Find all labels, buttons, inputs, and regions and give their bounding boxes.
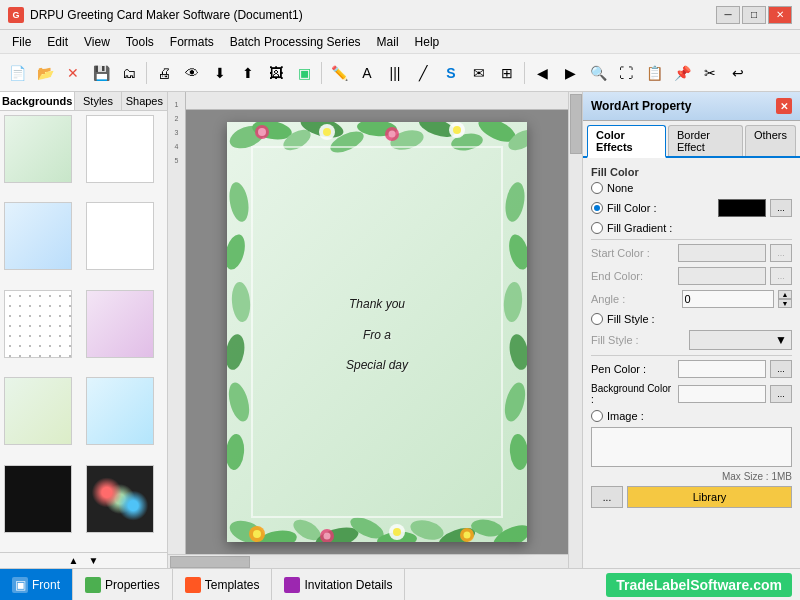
barcode-button[interactable]: ||| [382, 60, 408, 86]
minimize-button[interactable]: ─ [716, 6, 740, 24]
canvas-area: 1 2 3 4 5 [168, 92, 582, 568]
menubar: File Edit View Tools Formats Batch Proce… [0, 30, 800, 54]
cut-button[interactable]: ✂ [697, 60, 723, 86]
import-button[interactable]: ⬇ [207, 60, 233, 86]
invitation-icon [284, 577, 300, 593]
menu-help[interactable]: Help [407, 33, 448, 51]
end-color-row: End Color: ... [591, 267, 792, 285]
undo-button[interactable]: ↩ [725, 60, 751, 86]
status-front-button[interactable]: ▣ Front [0, 569, 73, 600]
end-color-browse-button[interactable]: ... [770, 267, 792, 285]
preview-button[interactable]: 👁 [179, 60, 205, 86]
tab-backgrounds[interactable]: Backgrounds [0, 92, 75, 110]
pen-color-input [678, 360, 767, 378]
angle-spinner[interactable]: ▲ ▼ [778, 290, 792, 308]
line-button[interactable]: ╱ [410, 60, 436, 86]
menu-view[interactable]: View [76, 33, 118, 51]
fill-gradient-radio-row: Fill Gradient : [591, 222, 792, 234]
image-radio[interactable] [591, 410, 603, 422]
list-item[interactable] [4, 465, 72, 533]
none-radio[interactable] [591, 182, 603, 194]
list-item[interactable] [4, 290, 72, 358]
wordart-button[interactable]: S [438, 60, 464, 86]
max-size-label: Max Size : 1MB [591, 471, 792, 482]
paste-button[interactable]: 📌 [669, 60, 695, 86]
list-item[interactable] [4, 115, 72, 183]
menu-tools[interactable]: Tools [118, 33, 162, 51]
new-button[interactable]: 📄 [4, 60, 30, 86]
image-browse-button[interactable]: ... [591, 486, 623, 508]
tab-styles[interactable]: Styles [75, 92, 121, 110]
draw-button[interactable]: ✏️ [326, 60, 352, 86]
list-item[interactable] [86, 202, 154, 270]
greeting-card[interactable]: Thank you Fro a Special day [227, 122, 527, 542]
fill-color-browse-button[interactable]: ... [770, 199, 792, 217]
fill-style-dropdown-row: Fill Style : ▼ [591, 330, 792, 350]
window-controls[interactable]: ─ □ ✕ [716, 6, 792, 24]
hscrollbar-thumb[interactable] [170, 556, 250, 568]
forward-button[interactable]: ▶ [557, 60, 583, 86]
fill-color-radio[interactable] [591, 202, 603, 214]
menu-edit[interactable]: Edit [39, 33, 76, 51]
image-button[interactable]: 🖼 [263, 60, 289, 86]
vertical-scrollbar[interactable] [568, 92, 582, 568]
tab-border-effect[interactable]: Border Effect [668, 125, 743, 156]
tab-color-effects[interactable]: Color Effects [587, 125, 666, 158]
angle-spin-up[interactable]: ▲ [778, 290, 792, 299]
card-text-line1: Thank you [349, 297, 405, 311]
color-button[interactable]: ▣ [291, 60, 317, 86]
list-item[interactable] [86, 377, 154, 445]
text-button[interactable]: A [354, 60, 380, 86]
delete-button[interactable]: ✕ [60, 60, 86, 86]
angle-row: Angle : ▲ ▼ [591, 290, 792, 308]
print-button[interactable]: 🖨 [151, 60, 177, 86]
ruler-mark: 5 [175, 150, 179, 164]
fill-style-radio[interactable] [591, 313, 603, 325]
library-button[interactable]: Library [627, 486, 792, 508]
scrollbar-thumb[interactable] [570, 94, 582, 154]
zoom-button[interactable]: 🔍 [585, 60, 611, 86]
menu-mail[interactable]: Mail [369, 33, 407, 51]
scroll-up-icon[interactable]: ▲ [69, 555, 79, 566]
close-button[interactable]: ✕ [768, 6, 792, 24]
menu-formats[interactable]: Formats [162, 33, 222, 51]
angle-spin-down[interactable]: ▼ [778, 299, 792, 308]
list-item[interactable] [4, 377, 72, 445]
brand-logo: TradeLabelSoftware.com [606, 573, 792, 597]
list-item[interactable] [4, 202, 72, 270]
list-item[interactable] [86, 290, 154, 358]
fill-gradient-radio[interactable] [591, 222, 603, 234]
right-panel-content: Fill Color None Fill Color : ... Fill Gr… [583, 158, 800, 568]
open-button[interactable]: 📂 [32, 60, 58, 86]
start-color-browse-button[interactable]: ... [770, 244, 792, 262]
ruler-mark: 2 [175, 108, 179, 122]
pen-color-row: Pen Color : ... [591, 360, 792, 378]
mail-button[interactable]: ✉ [466, 60, 492, 86]
status-invitation-button[interactable]: Invitation Details [272, 569, 405, 600]
pen-color-browse-button[interactable]: ... [770, 360, 792, 378]
background-color-input [678, 385, 767, 403]
copy-button[interactable]: 📋 [641, 60, 667, 86]
maximize-button[interactable]: □ [742, 6, 766, 24]
horizontal-scrollbar[interactable] [168, 554, 568, 568]
save-button[interactable]: 💾 [88, 60, 114, 86]
menu-batch-processing[interactable]: Batch Processing Series [222, 33, 369, 51]
fill-color-swatch[interactable] [718, 199, 766, 217]
back-button[interactable]: ◀ [529, 60, 555, 86]
angle-input[interactable] [682, 290, 775, 308]
fit-button[interactable]: ⛶ [613, 60, 639, 86]
status-templates-button[interactable]: Templates [173, 569, 273, 600]
background-color-browse-button[interactable]: ... [770, 385, 792, 403]
status-properties-button[interactable]: Properties [73, 569, 173, 600]
export-button[interactable]: ⬆ [235, 60, 261, 86]
close-wordart-button[interactable]: ✕ [776, 98, 792, 114]
tab-shapes[interactable]: Shapes [122, 92, 167, 110]
scroll-down-icon[interactable]: ▼ [89, 555, 99, 566]
tab-others[interactable]: Others [745, 125, 796, 156]
grid-button[interactable]: ⊞ [494, 60, 520, 86]
list-item[interactable] [86, 115, 154, 183]
save-all-button[interactable]: 🗂 [116, 60, 142, 86]
fill-style-dropdown[interactable]: ▼ [689, 330, 793, 350]
menu-file[interactable]: File [4, 33, 39, 51]
list-item[interactable] [86, 465, 154, 533]
